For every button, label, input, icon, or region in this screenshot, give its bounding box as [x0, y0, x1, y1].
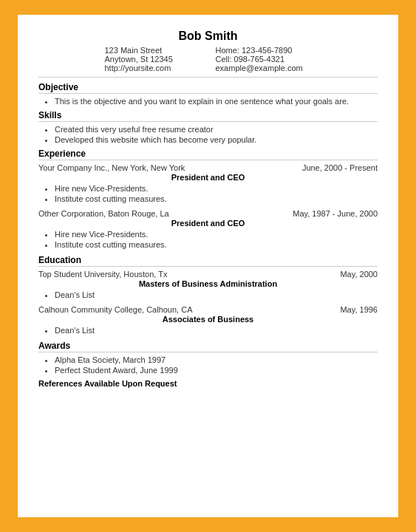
- objective-list: This is the objective and you want to ex…: [38, 97, 378, 106]
- edu-entry-1: Top Student University, Houston, Tx May,…: [38, 270, 378, 299]
- skills-section: Skills Created this very useful free res…: [38, 110, 378, 144]
- home-phone: Home: 123-456-7890: [216, 46, 312, 55]
- references-text: References Available Upon Request: [38, 379, 378, 388]
- list-item: Dean's List: [55, 290, 378, 299]
- edu-degree-2: Associates of Business: [38, 315, 378, 324]
- education-header: Education: [38, 255, 378, 267]
- exp-bullets-2: Hire new Vice-Presidents. Institute cost…: [38, 230, 378, 249]
- awards-list: Alpha Eta Society, March 1997 Perfect St…: [38, 355, 378, 375]
- list-item: This is the objective and you want to ex…: [55, 97, 378, 106]
- exp-title-2: President and CEO: [38, 219, 378, 228]
- exp-company-1: Your Company Inc., New York, New York: [38, 163, 185, 172]
- list-item: Created this very useful free resume cre…: [55, 125, 378, 134]
- edu-dates-2: May, 1996: [340, 305, 378, 314]
- city-line: Anytown, St 12345: [105, 55, 208, 64]
- edu-degree-1: Masters of Business Administration: [38, 279, 378, 288]
- edu-school-1: Top Student University, Houston, Tx: [38, 270, 167, 279]
- objective-header: Objective: [38, 82, 378, 94]
- candidate-name: Bob Smith: [38, 30, 378, 43]
- header-section: Bob Smith 123 Main Street Anytown, St 12…: [38, 30, 378, 78]
- list-item: Developed this website which has become …: [55, 135, 378, 144]
- list-item: Institute cost cutting measures.: [55, 240, 378, 249]
- exp-entry-2: Other Corporation, Baton Rouge, La May, …: [38, 209, 378, 249]
- skills-header: Skills: [38, 110, 378, 122]
- awards-section: Awards Alpha Eta Society, March 1997 Per…: [38, 341, 378, 375]
- list-item: Hire new Vice-Presidents.: [55, 230, 378, 239]
- list-item: Hire new Vice-Presidents.: [55, 184, 378, 193]
- references-section: References Available Upon Request: [38, 379, 378, 388]
- objective-section: Objective This is the objective and you …: [38, 82, 378, 106]
- edu-bullets-1: Dean's List: [38, 290, 378, 299]
- exp-dates-2: May, 1987 - June, 2000: [293, 209, 378, 218]
- contact-info: 123 Main Street Anytown, St 12345 http:/…: [105, 46, 312, 72]
- cell-phone: Cell: 098-765-4321: [216, 55, 312, 64]
- edu-bullets-2: Dean's List: [38, 326, 378, 335]
- experience-section: Experience Your Company Inc., New York, …: [38, 149, 378, 249]
- awards-header: Awards: [38, 341, 378, 352]
- exp-bullets-1: Hire new Vice-Presidents. Institute cost…: [38, 184, 378, 203]
- website-line: http://yoursite.com: [105, 64, 208, 72]
- list-item: Alpha Eta Society, March 1997: [55, 355, 378, 364]
- address-line: 123 Main Street: [105, 46, 208, 55]
- exp-dates-1: June, 2000 - Present: [302, 163, 378, 172]
- exp-title-1: President and CEO: [38, 173, 378, 182]
- list-item: Dean's List: [55, 326, 378, 335]
- skills-list: Created this very useful free resume cre…: [38, 125, 378, 144]
- exp-company-2: Other Corporation, Baton Rouge, La: [38, 209, 169, 218]
- email: example@example.com: [216, 64, 312, 72]
- education-section: Education Top Student University, Housto…: [38, 255, 378, 335]
- experience-header: Experience: [38, 149, 378, 160]
- edu-school-2: Calhoun Community College, Calhoun, CA: [38, 305, 193, 314]
- list-item: Institute cost cutting measures.: [55, 194, 378, 203]
- edu-dates-1: May, 2000: [340, 270, 378, 279]
- resume-page: Bob Smith 123 Main Street Anytown, St 12…: [18, 15, 398, 517]
- exp-entry-1: Your Company Inc., New York, New York Ju…: [38, 163, 378, 203]
- edu-entry-2: Calhoun Community College, Calhoun, CA M…: [38, 305, 378, 335]
- list-item: Perfect Student Award, June 1999: [55, 366, 378, 375]
